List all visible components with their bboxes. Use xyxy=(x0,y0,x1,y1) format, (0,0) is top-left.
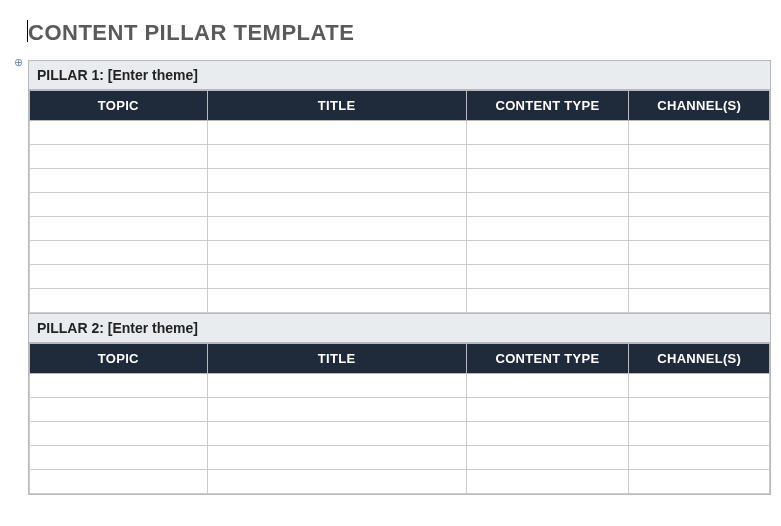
table-cell[interactable] xyxy=(466,241,629,265)
table-cell[interactable] xyxy=(30,470,208,494)
table-cell[interactable] xyxy=(629,289,770,313)
table-cell[interactable] xyxy=(30,193,208,217)
table-cell[interactable] xyxy=(30,217,208,241)
table-row xyxy=(30,241,770,265)
table-cell[interactable] xyxy=(207,217,466,241)
table-row xyxy=(30,289,770,313)
column-header-title: TITLE xyxy=(207,344,466,374)
table-cell[interactable] xyxy=(466,193,629,217)
table-cell[interactable] xyxy=(466,398,629,422)
table-cell[interactable] xyxy=(30,241,208,265)
table-cell[interactable] xyxy=(629,145,770,169)
table-cell[interactable] xyxy=(629,470,770,494)
table-cell[interactable] xyxy=(207,289,466,313)
table-cell[interactable] xyxy=(466,446,629,470)
table-cell[interactable] xyxy=(207,374,466,398)
pillar-header[interactable]: PILLAR 1: [Enter theme] xyxy=(29,61,770,90)
table-row xyxy=(30,193,770,217)
pillar-table: TOPICTITLECONTENT TYPECHANNEL(S) xyxy=(29,343,770,494)
table-cell[interactable] xyxy=(629,169,770,193)
table-anchor-icon: ⊕ xyxy=(12,56,24,68)
pillar-header[interactable]: PILLAR 2: [Enter theme] xyxy=(29,314,770,343)
table-cell[interactable] xyxy=(466,422,629,446)
table-cell[interactable] xyxy=(207,145,466,169)
table-cell[interactable] xyxy=(466,169,629,193)
table-cell[interactable] xyxy=(207,446,466,470)
table-row xyxy=(30,374,770,398)
table-cell[interactable] xyxy=(207,193,466,217)
table-cell[interactable] xyxy=(30,422,208,446)
table-row xyxy=(30,265,770,289)
pillar-block: PILLAR 1: [Enter theme]TOPICTITLECONTENT… xyxy=(28,60,771,314)
table-cell[interactable] xyxy=(629,265,770,289)
column-header-channels: CHANNEL(S) xyxy=(629,344,770,374)
table-cell[interactable] xyxy=(466,374,629,398)
table-cell[interactable] xyxy=(207,241,466,265)
table-cell[interactable] xyxy=(466,121,629,145)
table-row xyxy=(30,422,770,446)
table-cell[interactable] xyxy=(30,446,208,470)
table-cell[interactable] xyxy=(629,422,770,446)
table-cell[interactable] xyxy=(629,398,770,422)
table-cell[interactable] xyxy=(30,374,208,398)
table-row xyxy=(30,398,770,422)
table-cell[interactable] xyxy=(466,145,629,169)
column-header-topic: TOPIC xyxy=(30,91,208,121)
table-cell[interactable] xyxy=(207,169,466,193)
table-cell[interactable] xyxy=(30,265,208,289)
column-header-channels: CHANNEL(S) xyxy=(629,91,770,121)
page-title: CONTENT PILLAR TEMPLATE xyxy=(28,20,771,46)
table-cell[interactable] xyxy=(30,145,208,169)
table-cell[interactable] xyxy=(629,446,770,470)
table-cell[interactable] xyxy=(30,289,208,313)
table-row xyxy=(30,145,770,169)
table-cell[interactable] xyxy=(207,422,466,446)
table-row xyxy=(30,470,770,494)
table-cell[interactable] xyxy=(629,193,770,217)
column-header-content-type: CONTENT TYPE xyxy=(466,91,629,121)
table-cell[interactable] xyxy=(207,121,466,145)
table-cell[interactable] xyxy=(207,265,466,289)
column-header-topic: TOPIC xyxy=(30,344,208,374)
table-row xyxy=(30,217,770,241)
pillar-block: PILLAR 2: [Enter theme]TOPICTITLECONTENT… xyxy=(28,313,771,495)
table-cell[interactable] xyxy=(30,121,208,145)
column-header-title: TITLE xyxy=(207,91,466,121)
table-row xyxy=(30,121,770,145)
pillar-table: TOPICTITLECONTENT TYPECHANNEL(S) xyxy=(29,90,770,313)
table-row xyxy=(30,169,770,193)
table-cell[interactable] xyxy=(466,289,629,313)
table-cell[interactable] xyxy=(466,470,629,494)
table-cell[interactable] xyxy=(207,398,466,422)
table-cell[interactable] xyxy=(466,217,629,241)
table-cell[interactable] xyxy=(629,121,770,145)
table-cell[interactable] xyxy=(30,169,208,193)
table-row xyxy=(30,446,770,470)
table-cell[interactable] xyxy=(629,217,770,241)
table-cell[interactable] xyxy=(30,398,208,422)
column-header-content-type: CONTENT TYPE xyxy=(466,344,629,374)
text-cursor xyxy=(27,20,28,42)
table-cell[interactable] xyxy=(466,265,629,289)
table-cell[interactable] xyxy=(629,241,770,265)
table-cell[interactable] xyxy=(629,374,770,398)
table-cell[interactable] xyxy=(207,470,466,494)
